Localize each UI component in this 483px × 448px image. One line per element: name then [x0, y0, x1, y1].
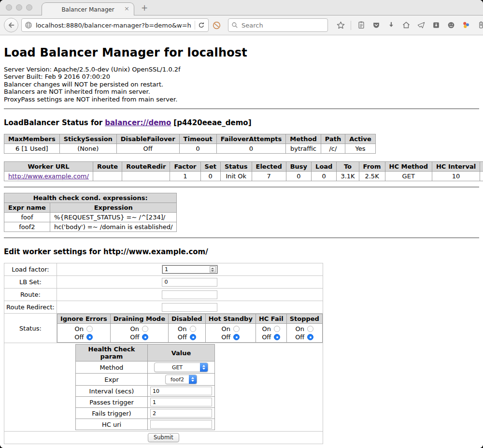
passes-input[interactable] [150, 398, 212, 406]
col-stickysession: StickySession [59, 134, 116, 144]
hc-expressions-table: Health check cond. expressions: Expr nam… [4, 193, 177, 232]
toolbar-divider [351, 21, 351, 30]
worker-status-table: Worker URL Route RouteRedir Factor Set S… [4, 161, 483, 181]
feedback-smiley-icon[interactable] [446, 20, 456, 30]
draining-mode-off-radio[interactable] [142, 334, 148, 340]
fails-input[interactable] [150, 409, 212, 418]
col-maxmembers: MaxMembers [4, 134, 60, 144]
search-input[interactable] [241, 21, 325, 29]
navigation-toolbar [0, 15, 483, 35]
number-stepper-icon[interactable] [210, 266, 216, 273]
colored-dots-icon[interactable] [461, 20, 471, 30]
submit-button[interactable]: Submit [148, 433, 179, 442]
server-built-line: Server Built: Feb 9 2016 07:00:20 [4, 73, 479, 80]
route-label: Route: [4, 289, 57, 301]
col-hc-fail: HC Fail [256, 314, 286, 324]
hc-row-passes: Passes trigger [76, 397, 215, 408]
expr-row: foof2 hc('body') =~ /domain is establish… [4, 222, 177, 232]
tab-bar: Balancer Manager × + [0, 0, 483, 15]
lb-set-input[interactable] [162, 278, 217, 287]
url-divider [195, 21, 195, 29]
balancer-demo-link[interactable]: balancer://demo [105, 118, 171, 127]
proxypass-note-line: ProxyPass settings are NOT inherited fro… [4, 96, 479, 103]
window-close-button[interactable] [6, 4, 12, 11]
table-title-row: Health check cond. expressions: [4, 193, 177, 203]
window-minimize-button[interactable] [16, 4, 22, 11]
load-factor-input[interactable] [165, 266, 204, 273]
hc-uri-input[interactable] [150, 420, 212, 429]
heading-prefix: LoadBalancer Status for [4, 118, 102, 127]
hot-standby-on-radio[interactable] [233, 326, 240, 332]
home-icon[interactable] [401, 20, 411, 30]
col-worker-url: Worker URL [4, 162, 93, 172]
window-controls [6, 4, 32, 11]
table-header-row: MaxMembers StickySession DisableFailover… [4, 134, 376, 144]
pocket-icon[interactable] [371, 20, 381, 30]
route-redirect-input[interactable] [162, 303, 217, 312]
page-title: Load Balancer Manager for localhost [4, 46, 479, 59]
route-input[interactable] [162, 290, 217, 299]
inherit-note-line: Balancers are NOT inherited from main se… [4, 88, 479, 95]
window-zoom-button[interactable] [26, 4, 32, 11]
hc-row-fails: Fails trigger) [76, 408, 215, 419]
toolbar-buttons [336, 20, 483, 30]
col-draining-mode: Draining Mode [110, 314, 168, 324]
load-factor-field [162, 265, 217, 274]
loadbalancer-status-heading: LoadBalancer Status forbalancer://demo[p… [4, 118, 479, 127]
downloads-icon[interactable] [386, 20, 396, 30]
tab-balancer-manager[interactable]: Balancer Manager × [42, 2, 134, 16]
form-row-route: Route: [4, 289, 323, 301]
hc-fail-on-radio[interactable] [274, 326, 280, 332]
search-bar[interactable] [228, 18, 328, 32]
hc-fail-off-radio[interactable] [274, 334, 280, 340]
tab-close-icon[interactable]: × [124, 5, 129, 12]
send-tab-icon[interactable] [416, 20, 426, 30]
balancer-status-table: MaxMembers StickySession DisableFailover… [4, 134, 376, 154]
divider [4, 187, 479, 188]
form-row-lb-set: LB Set: [4, 276, 323, 289]
bookmark-star-icon[interactable] [336, 20, 345, 30]
draining-mode-on-radio[interactable] [142, 326, 148, 332]
worker-url-link[interactable]: http://www.example.com/ [8, 173, 89, 180]
health-check-table: Health Check param Value Method GET [75, 344, 215, 430]
ignore-errors-on-radio[interactable] [86, 326, 93, 332]
extension-panel-icon[interactable] [476, 20, 483, 30]
table-header-row: Expr name Expression [4, 203, 177, 213]
disabled-off-radio[interactable] [190, 334, 196, 340]
hc-row-expr: Expr foof2 [76, 374, 215, 386]
url-bar[interactable] [21, 18, 209, 32]
disabled-on-radio[interactable] [190, 326, 196, 332]
col-active: Active [345, 134, 376, 144]
form-row-status: Status: Ignore Errors Draining Mode Disa… [4, 314, 323, 343]
expr-select[interactable]: foof2 [165, 375, 197, 384]
new-tab-button[interactable]: + [141, 3, 148, 13]
reading-list-icon[interactable] [356, 20, 366, 30]
url-input[interactable] [35, 21, 192, 29]
worker-row: http://www.example.com/ 1 0 Init Ok 7 0 … [4, 172, 483, 181]
form-row-load-factor: Load factor: [4, 263, 323, 276]
stopped-off-radio[interactable] [307, 334, 313, 340]
form-row-health-check: Health Check param Value Method GET [4, 343, 323, 432]
ignore-errors-off-radio[interactable] [86, 334, 93, 340]
reload-icon[interactable] [198, 21, 205, 29]
col-hc-value: Value [148, 345, 215, 361]
divider [4, 237, 479, 238]
interval-input[interactable] [150, 387, 212, 395]
col-hot-standby: Hot Standby [205, 314, 256, 324]
col-failoverattempts: FailoverAttempts [216, 134, 286, 144]
hc-row-interval: Interval (secs) [76, 386, 215, 397]
back-button[interactable] [4, 18, 18, 32]
col-disabled: Disabled [168, 314, 205, 324]
save-page-icon[interactable] [431, 20, 441, 30]
status-header-row: Ignore Errors Draining Mode Disabled Hot… [57, 314, 322, 324]
select-stepper-icon [189, 375, 197, 384]
content-blocker-icon[interactable] [212, 20, 221, 30]
back-arrow-icon [7, 21, 15, 29]
stopped-on-radio[interactable] [307, 326, 313, 332]
table-header-row: Worker URL Route RouteRedir Factor Set S… [4, 162, 483, 172]
load-factor-label: Load factor: [4, 263, 57, 276]
divider [4, 108, 479, 109]
method-select[interactable]: GET [154, 362, 208, 372]
hot-standby-off-radio[interactable] [233, 334, 240, 340]
form-row-route-redirect: Route Redirect: [4, 301, 323, 314]
